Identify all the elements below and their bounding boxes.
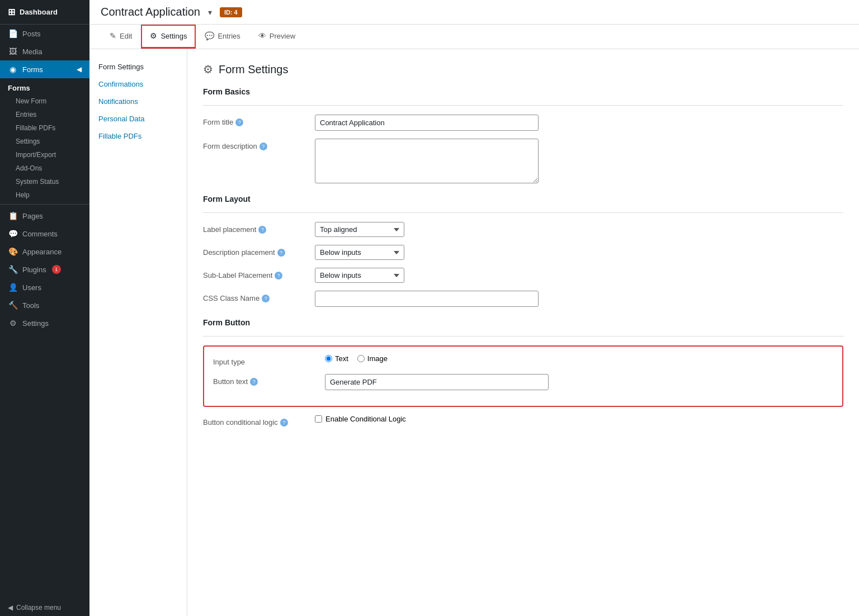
- sidebar-divider: [0, 204, 89, 205]
- section-divider-1: [203, 105, 843, 106]
- sidebar-item-label: Forms: [22, 65, 43, 74]
- tab-entries-label: Entries: [218, 32, 240, 40]
- top-header: Contract Application ▾ ID: 4: [89, 0, 859, 25]
- sidebar-logo[interactable]: ⊞ Dashboard: [0, 0, 89, 25]
- tab-edit[interactable]: ✎ Edit: [101, 25, 141, 49]
- conditional-logic-label: Button conditional logic ?: [203, 415, 304, 427]
- sidebar-item-label: Pages: [22, 212, 43, 220]
- tab-settings-label: Settings: [161, 32, 187, 40]
- sublabel-placement-help-icon[interactable]: ?: [275, 272, 282, 279]
- label-placement-select[interactable]: Top aligned Left aligned Right aligned: [315, 222, 404, 237]
- tab-preview-label: Preview: [270, 32, 295, 40]
- sidebar-sub-entries[interactable]: Entries: [0, 108, 89, 121]
- media-icon: 🖼: [8, 47, 18, 56]
- form-title-help-icon[interactable]: ?: [235, 119, 243, 126]
- tab-settings[interactable]: ⚙ Settings: [141, 25, 196, 49]
- forms-section-header: Forms: [0, 78, 89, 94]
- tab-entries[interactable]: 💬 Entries: [196, 25, 249, 49]
- sidebar-item-label: Comments: [22, 230, 58, 238]
- input-type-label: Input type: [213, 354, 314, 366]
- sublabel-placement-select[interactable]: Below inputs Above inputs: [315, 268, 404, 283]
- collapse-icon: ◀: [8, 604, 13, 612]
- form-title-label: Form title ?: [203, 115, 304, 126]
- conditional-logic-help-icon[interactable]: ?: [280, 419, 288, 427]
- radio-text-input[interactable]: [325, 355, 332, 362]
- sidebar-sub-settings[interactable]: Settings: [0, 135, 89, 148]
- sidebar-item-posts[interactable]: 📄 Posts: [0, 25, 89, 42]
- edit-icon: ✎: [110, 31, 116, 40]
- input-type-radio-group: Text Image: [325, 354, 388, 363]
- plugins-icon: 🔧: [8, 265, 18, 274]
- sidebar-item-users[interactable]: 👤 Users: [0, 278, 89, 296]
- forms-icon: ◉: [8, 65, 18, 74]
- sidebar-item-appearance[interactable]: 🎨 Appearance: [0, 243, 89, 260]
- button-text-label: Button text ?: [213, 374, 314, 386]
- form-button-title: Form Button: [203, 318, 843, 327]
- main-area: Contract Application ▾ ID: 4 ✎ Edit ⚙ Se…: [89, 0, 859, 616]
- form-title-dropdown[interactable]: ▾: [208, 8, 212, 17]
- button-text-row: Button text ?: [213, 374, 833, 390]
- radio-text-option[interactable]: Text: [325, 354, 348, 363]
- label-placement-label: Label placement ?: [203, 222, 304, 234]
- form-layout-section: Form Layout Label placement ? Top aligne…: [203, 195, 843, 307]
- description-placement-label: Description placement ?: [203, 245, 304, 257]
- sidebar-logo-label: Dashboard: [20, 8, 58, 16]
- section-divider-2: [203, 212, 843, 213]
- form-title: Contract Application: [101, 6, 200, 18]
- tab-bar: ✎ Edit ⚙ Settings 💬 Entries 👁 Preview: [89, 25, 859, 49]
- sidebar-sub-fillable-pdfs[interactable]: Fillable PDFs: [0, 121, 89, 135]
- sidebar-item-comments[interactable]: 💬 Comments: [0, 225, 89, 243]
- sidebar-sub-import-export[interactable]: Import/Export: [0, 148, 89, 162]
- left-nav-confirmations[interactable]: Confirmations: [89, 75, 187, 93]
- sidebar-item-media[interactable]: 🖼 Media: [0, 42, 89, 60]
- button-text-help-icon[interactable]: ?: [250, 378, 258, 386]
- left-nav-notifications[interactable]: Notifications: [89, 93, 187, 110]
- sidebar-sub-system-status[interactable]: System Status: [0, 175, 89, 188]
- sidebar-item-settings[interactable]: ⚙ Settings: [0, 314, 89, 332]
- sidebar-item-label: Media: [22, 48, 42, 56]
- form-title-input[interactable]: [315, 115, 539, 131]
- sidebar-item-plugins[interactable]: 🔧 Plugins 1: [0, 260, 89, 278]
- button-text-input[interactable]: [325, 374, 549, 390]
- sidebar-item-label: Appearance: [22, 248, 62, 256]
- sidebar-item-pages[interactable]: 📋 Pages: [0, 207, 89, 225]
- sidebar-sub-new-form[interactable]: New Form: [0, 94, 89, 108]
- sidebar-item-label: Posts: [22, 30, 41, 38]
- sidebar-item-forms[interactable]: ◉ Forms ◀: [0, 60, 89, 78]
- sublabel-placement-label: Sub-Label Placement ?: [203, 268, 304, 279]
- section-divider-3: [203, 336, 843, 337]
- left-nav-form-settings[interactable]: Form Settings: [89, 58, 187, 75]
- sidebar-item-label: Settings: [22, 319, 49, 328]
- enable-conditional-logic-checkbox[interactable]: Enable Conditional Logic: [315, 415, 406, 423]
- tab-edit-label: Edit: [120, 32, 132, 40]
- pages-icon: 📋: [8, 211, 18, 220]
- sidebar-item-tools[interactable]: 🔨 Tools: [0, 296, 89, 314]
- description-placement-select[interactable]: Below inputs Above inputs: [315, 245, 404, 260]
- sidebar-item-label: Users: [22, 283, 41, 292]
- radio-image-input[interactable]: [357, 355, 365, 362]
- tools-icon: 🔨: [8, 301, 18, 310]
- css-class-row: CSS Class Name ?: [203, 291, 843, 307]
- collapse-label: Collapse menu: [16, 604, 61, 612]
- label-placement-help-icon[interactable]: ?: [258, 226, 266, 234]
- radio-text-label: Text: [335, 354, 348, 363]
- tab-preview[interactable]: 👁 Preview: [249, 25, 304, 49]
- form-button-section: Form Button Input type Text: [203, 318, 843, 427]
- conditional-logic-checkbox-input[interactable]: [315, 415, 322, 423]
- form-description-help-icon[interactable]: ?: [259, 143, 267, 150]
- settings-page-header: ⚙ Form Settings: [203, 63, 843, 76]
- left-nav-fillable-pdfs[interactable]: Fillable PDFs: [89, 127, 187, 145]
- collapse-menu-button[interactable]: ◀ Collapse menu: [0, 599, 89, 616]
- radio-image-label: Image: [367, 354, 388, 363]
- css-class-input[interactable]: [315, 291, 539, 307]
- form-description-input[interactable]: [315, 139, 539, 183]
- preview-icon: 👁: [258, 31, 266, 40]
- users-icon: 👤: [8, 283, 18, 292]
- left-nav-personal-data[interactable]: Personal Data: [89, 110, 187, 127]
- css-class-help-icon[interactable]: ?: [262, 295, 270, 302]
- radio-image-option[interactable]: Image: [357, 354, 388, 363]
- settings-icon: ⚙: [8, 319, 18, 328]
- sidebar-sub-help[interactable]: Help: [0, 188, 89, 202]
- description-placement-help-icon[interactable]: ?: [277, 249, 285, 257]
- sidebar-sub-add-ons[interactable]: Add-Ons: [0, 162, 89, 175]
